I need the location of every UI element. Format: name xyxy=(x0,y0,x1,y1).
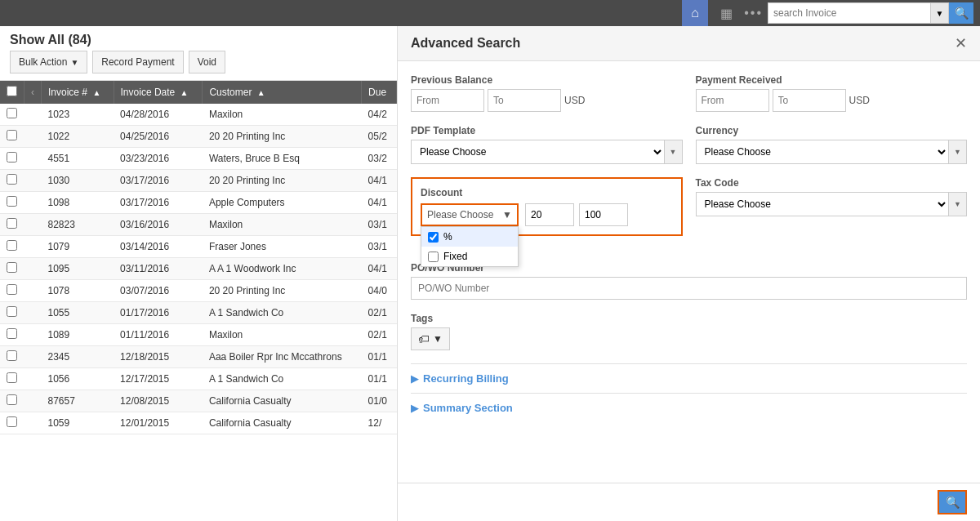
row-checkbox[interactable] xyxy=(7,174,17,185)
row-checkbox[interactable] xyxy=(7,130,17,140)
row-checkbox[interactable] xyxy=(7,196,17,207)
select-all-checkbox[interactable] xyxy=(7,86,17,96)
due-cell: 03/1 xyxy=(362,236,397,258)
row-checkbox-cell[interactable] xyxy=(0,346,24,368)
due-header[interactable]: Due xyxy=(362,81,397,104)
advanced-search-footer: 🔍 xyxy=(398,483,980,521)
row-nav-cell xyxy=(24,412,42,434)
row-checkbox-cell[interactable] xyxy=(0,324,24,346)
customer-cell: 20 20 Printing Inc xyxy=(203,280,362,302)
row-checkbox[interactable] xyxy=(7,108,17,118)
home-button[interactable]: ⌂ xyxy=(682,0,708,26)
row-checkbox-cell[interactable] xyxy=(0,412,24,434)
row-checkbox[interactable] xyxy=(7,350,17,361)
due-cell: 01/0 xyxy=(362,390,397,412)
customer-cell: A 1 Sandwich Co xyxy=(203,302,362,324)
pdf-template-dropdown-arrow[interactable]: ▼ xyxy=(664,140,682,163)
invoice-num-cell: 87657 xyxy=(42,390,114,412)
select-all-header[interactable] xyxy=(0,81,24,104)
record-payment-button[interactable]: Record Payment xyxy=(92,51,183,73)
row-checkbox-cell[interactable] xyxy=(0,126,24,148)
chart-button[interactable]: ▦ xyxy=(713,0,739,26)
row-nav-cell xyxy=(24,126,42,148)
row-checkbox-cell[interactable] xyxy=(0,192,24,214)
discount-value1[interactable] xyxy=(525,203,574,226)
row-checkbox-cell[interactable] xyxy=(0,170,24,192)
tax-code-group: Tax Code Please Choose ▼ xyxy=(696,177,968,216)
tax-code-select[interactable]: Please Choose xyxy=(697,193,949,216)
table-row: 1022 04/25/2016 20 20 Printing Inc 05/2 xyxy=(0,126,397,148)
summary-section-header[interactable]: ▶ Summary Section xyxy=(411,402,967,414)
search-input[interactable] xyxy=(768,2,931,24)
bulk-action-button[interactable]: Bulk Action ▼ xyxy=(10,51,87,73)
row-checkbox-cell[interactable] xyxy=(0,280,24,302)
currency-group: Currency Please Choose ▼ xyxy=(696,125,968,164)
invoice-table: ‹ Invoice # ▲ Invoice Date ▲ Customer ▲ … xyxy=(0,81,397,434)
recurring-billing-label: Recurring Billing xyxy=(423,372,509,385)
row-checkbox-cell[interactable] xyxy=(0,236,24,258)
close-button[interactable]: ✕ xyxy=(955,34,967,52)
previous-balance-to[interactable] xyxy=(488,89,561,112)
invoice-date-cell: 12/08/2015 xyxy=(114,390,203,412)
advanced-search-title: Advanced Search xyxy=(411,36,520,51)
form-row-1: Previous Balance USD Payment Received US… xyxy=(411,74,967,112)
row-checkbox[interactable] xyxy=(7,416,17,427)
row-checkbox[interactable] xyxy=(7,372,17,383)
row-checkbox[interactable] xyxy=(7,306,17,317)
discount-option-fixed[interactable]: Fixed xyxy=(421,247,518,266)
previous-balance-label: Previous Balance xyxy=(411,74,683,86)
row-checkbox-cell[interactable] xyxy=(0,104,24,126)
row-checkbox[interactable] xyxy=(7,394,17,405)
void-button[interactable]: Void xyxy=(189,51,225,73)
top-nav: ⌂ ▦ ••• ▼ 🔍 xyxy=(0,0,980,26)
nav-left-arrow[interactable]: ‹ xyxy=(31,87,34,98)
discount-percent-checkbox[interactable] xyxy=(428,232,439,243)
recurring-billing-arrow: ▶ xyxy=(411,373,418,385)
previous-balance-from[interactable] xyxy=(411,89,484,112)
row-checkbox[interactable] xyxy=(7,152,17,163)
row-checkbox-cell[interactable] xyxy=(0,258,24,280)
discount-select-trigger[interactable]: Please Choose ▼ xyxy=(421,203,519,226)
row-checkbox-cell[interactable] xyxy=(0,302,24,324)
invoice-date-cell: 03/07/2016 xyxy=(114,280,203,302)
customer-header[interactable]: Customer ▲ xyxy=(203,81,362,104)
more-options[interactable]: ••• xyxy=(744,6,763,20)
search-button[interactable]: 🔍 xyxy=(938,490,967,514)
row-checkbox-cell[interactable] xyxy=(0,390,24,412)
row-checkbox[interactable] xyxy=(7,240,17,251)
row-checkbox[interactable] xyxy=(7,262,17,273)
customer-cell: Maxilon xyxy=(203,104,362,126)
pdf-template-group: PDF Template Please Choose ▼ xyxy=(411,125,683,164)
row-checkbox-cell[interactable] xyxy=(0,214,24,236)
currency-label-text: Currency xyxy=(696,125,968,136)
payment-received-to[interactable] xyxy=(773,89,846,112)
due-cell: 01/1 xyxy=(362,346,397,368)
customer-cell: California Casualty xyxy=(203,390,362,412)
payment-received-from[interactable] xyxy=(696,89,769,112)
row-nav-cell xyxy=(24,280,42,302)
recurring-billing-header[interactable]: ▶ Recurring Billing xyxy=(411,372,967,385)
search-dropdown-arrow[interactable]: ▼ xyxy=(931,2,949,24)
search-go-button[interactable]: 🔍 xyxy=(949,2,973,24)
row-checkbox-cell[interactable] xyxy=(0,368,24,390)
invoice-date-header[interactable]: Invoice Date ▲ xyxy=(114,81,203,104)
pdf-template-select[interactable]: Please Choose xyxy=(412,140,664,163)
powo-input[interactable] xyxy=(411,277,967,300)
discount-fixed-checkbox[interactable] xyxy=(428,252,439,262)
discount-value2[interactable] xyxy=(579,203,628,226)
row-checkbox[interactable] xyxy=(7,284,17,295)
tax-code-dropdown-arrow[interactable]: ▼ xyxy=(948,193,966,216)
tags-button[interactable]: 🏷 ▼ xyxy=(411,327,450,350)
invoice-num-header[interactable]: Invoice # ▲ xyxy=(42,81,114,104)
row-checkbox[interactable] xyxy=(7,218,17,229)
due-cell: 04/1 xyxy=(362,258,397,280)
due-cell: 03/2 xyxy=(362,148,397,170)
currency-select[interactable]: Please Choose xyxy=(697,140,949,163)
currency-dropdown-arrow[interactable]: ▼ xyxy=(948,140,966,163)
row-checkbox[interactable] xyxy=(7,328,17,339)
row-checkbox-cell[interactable] xyxy=(0,148,24,170)
invoice-date-cell: 03/23/2016 xyxy=(114,148,203,170)
discount-option-percent[interactable]: % xyxy=(421,227,518,247)
invoice-date-cell: 01/17/2016 xyxy=(114,302,203,324)
tags-caret: ▼ xyxy=(433,333,443,345)
